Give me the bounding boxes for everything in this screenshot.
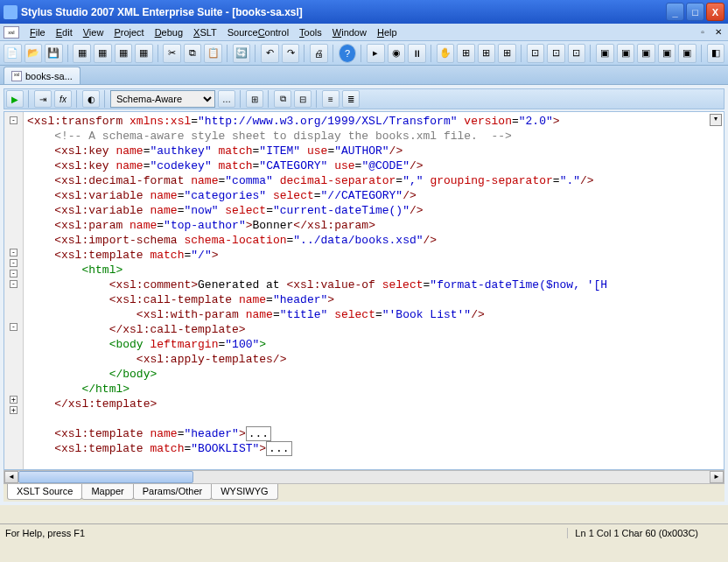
scenario-select[interactable]: Schema-Aware <box>110 90 215 108</box>
doc-tab-books[interactable]: xsl books-sa... <box>4 67 80 84</box>
scroll-left-button[interactable]: ◄ <box>4 471 18 483</box>
tb-btn-23[interactable]: ⊡ <box>527 44 545 63</box>
app-icon <box>4 5 18 19</box>
scenario-browse-button[interactable]: … <box>218 90 235 108</box>
menu-tools[interactable]: Tools <box>294 25 327 39</box>
copy-button[interactable]: ⧉ <box>184 44 202 63</box>
tb-btn-4[interactable]: ▦ <box>73 44 91 63</box>
tab-wysiwyg[interactable]: WYSIWYG <box>211 484 277 500</box>
fold-toggle[interactable]: - <box>10 270 18 277</box>
menu-debug[interactable]: Debug <box>150 25 188 39</box>
close-button[interactable]: X <box>706 3 724 21</box>
scroll-right-button[interactable]: ► <box>710 471 724 483</box>
etb-btn-8[interactable]: ⊟ <box>294 90 312 108</box>
save-button[interactable]: 💾 <box>45 44 63 63</box>
mdi-restore-icon[interactable]: ▫ <box>696 26 709 39</box>
debug-run-button[interactable]: ▸ <box>367 44 385 63</box>
editor-options-dropdown[interactable]: ▾ <box>710 114 722 126</box>
fold-toggle[interactable]: - <box>10 116 18 124</box>
redo-button[interactable]: ↷ <box>282 44 300 63</box>
mdi-close-icon[interactable]: ✕ <box>712 26 724 39</box>
tb-hand-button[interactable]: ✋ <box>437 44 455 63</box>
editor-toolbar: ▶ ⇥ fx ◐ Schema-Aware … ⊞ ⧉ ⊟ ≡ ≣ <box>4 88 724 109</box>
fold-toggle[interactable]: + <box>10 396 18 404</box>
tb-btn-28[interactable]: ▣ <box>637 44 655 63</box>
minimize-button[interactable]: _ <box>666 3 684 21</box>
debug-pause-button[interactable]: ⏸ <box>408 44 426 63</box>
undo-button[interactable]: ↶ <box>261 44 279 63</box>
align-left-button[interactable]: ≡ <box>322 90 340 108</box>
menu-help[interactable]: Help <box>372 25 402 39</box>
doc-tab-label: books-sa... <box>25 71 73 81</box>
tab-mapper[interactable]: Mapper <box>81 484 133 500</box>
etb-btn-3[interactable]: fx <box>54 90 72 108</box>
window-title: Stylus Studio 2007 XML Enterprise Suite … <box>21 6 666 18</box>
code-text[interactable]: <xsl:transform xmlns:xsl="http://www.w3.… <box>24 112 724 469</box>
etb-btn-6[interactable]: ⊞ <box>246 90 263 108</box>
editor-area: ▶ ⇥ fx ◐ Schema-Aware … ⊞ ⧉ ⊟ ≡ ≣ ▾ - - … <box>0 85 728 505</box>
tb-btn-27[interactable]: ▣ <box>617 44 635 63</box>
menu-view[interactable]: View <box>78 25 109 39</box>
fold-toggle[interactable]: + <box>10 406 18 414</box>
tb-btn-31[interactable]: ◧ <box>707 44 725 63</box>
tb-btn-5[interactable]: ▦ <box>94 44 112 63</box>
fold-toggle[interactable]: - <box>10 280 18 288</box>
xsl-file-icon: xsl <box>11 71 22 81</box>
print-button[interactable]: 🖨 <box>310 44 328 63</box>
tb-btn-20[interactable]: ⊞ <box>457 44 475 63</box>
tb-btn-22[interactable]: ⊞ <box>498 44 516 63</box>
tb-btn-7[interactable]: ▦ <box>135 44 153 63</box>
etb-btn-2[interactable]: ⇥ <box>34 90 52 108</box>
fold-toggle[interactable]: - <box>10 323 18 331</box>
document-tabs: xsl books-sa... <box>0 66 728 85</box>
fold-toggle[interactable]: - <box>10 259 18 267</box>
tab-xslt-source[interactable]: XSLT Source <box>7 484 82 500</box>
tb-btn-25[interactable]: ⊡ <box>568 44 586 63</box>
maximize-button[interactable]: □ <box>686 3 704 21</box>
paste-button[interactable]: 📋 <box>204 44 222 63</box>
etb-btn-7[interactable]: ⧉ <box>274 90 291 108</box>
menu-project[interactable]: Project <box>108 25 149 39</box>
tb-btn-6[interactable]: ▦ <box>115 44 133 63</box>
open-button[interactable]: 📂 <box>24 44 43 63</box>
tb-btn-29[interactable]: ▣ <box>658 44 676 63</box>
menu-bar: xsl File Edit View Project Debug XSLT So… <box>0 24 728 41</box>
tb-btn-24[interactable]: ⊡ <box>547 44 565 63</box>
debug-stop-button[interactable]: ◉ <box>388 44 406 63</box>
help-button[interactable]: ? <box>339 44 357 63</box>
tab-params[interactable]: Params/Other <box>133 484 212 500</box>
etb-btn-4[interactable]: ◐ <box>82 90 100 108</box>
tb-btn-26[interactable]: ▣ <box>596 44 614 63</box>
system-menu-icon[interactable]: xsl <box>4 26 19 39</box>
menu-sourcecontrol[interactable]: SourceControl <box>222 25 294 39</box>
menu-xslt[interactable]: XSLT <box>188 25 222 39</box>
menu-file[interactable]: File <box>24 25 51 39</box>
run-button[interactable]: ▶ <box>6 90 24 108</box>
view-tabs: XSLT Source Mapper Params/Other WYSIWYG <box>4 484 724 502</box>
tb-btn-30[interactable]: ▣ <box>678 44 696 63</box>
status-bar: For Help, press F1 Ln 1 Col 1 Char 60 (0… <box>0 523 728 541</box>
scroll-thumb[interactable] <box>18 471 193 483</box>
main-toolbar: 📄 📂 💾 ▦ ▦ ▦ ▦ ✂ ⧉ 📋 🔄 ↶ ↷ 🖨 ? ▸ ◉ ⏸ ✋ ⊞ … <box>0 41 728 66</box>
code-editor[interactable]: ▾ - - - - - - + + <xsl:transform xmlns:x… <box>4 111 724 470</box>
new-button[interactable]: 📄 <box>4 44 22 63</box>
status-position: Ln 1 Col 1 Char 60 (0x003C) <box>567 528 705 538</box>
status-help-text: For Help, press F1 <box>5 528 567 538</box>
menu-window[interactable]: Window <box>327 25 372 39</box>
tb-btn-21[interactable]: ⊞ <box>478 44 496 63</box>
refresh-button[interactable]: 🔄 <box>233 44 251 63</box>
horizontal-scrollbar[interactable]: ◄ ► <box>4 470 724 484</box>
fold-gutter: - - - - - - + + <box>4 112 24 469</box>
fold-toggle[interactable]: - <box>10 249 18 256</box>
menu-edit[interactable]: Edit <box>51 25 78 39</box>
align-center-button[interactable]: ≣ <box>342 90 360 108</box>
title-bar: Stylus Studio 2007 XML Enterprise Suite … <box>0 0 728 24</box>
cut-button[interactable]: ✂ <box>163 44 181 63</box>
